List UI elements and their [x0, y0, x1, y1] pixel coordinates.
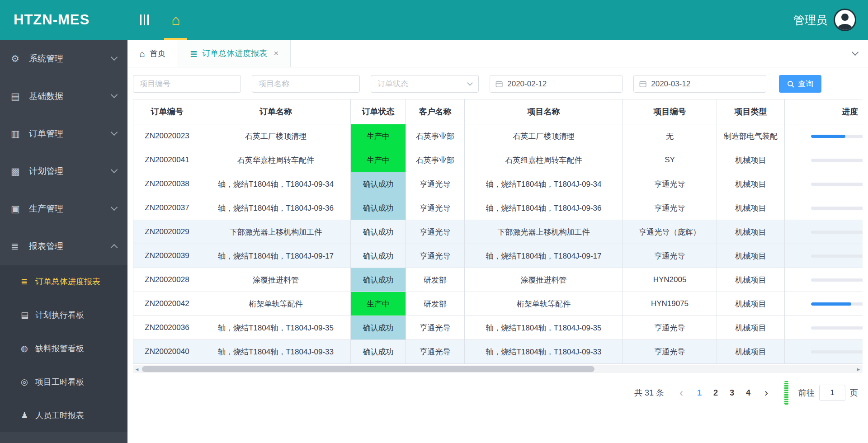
horizontal-scrollbar[interactable]: ◂ ▸ — [133, 365, 863, 373]
column-header: 订单名称 — [201, 99, 351, 124]
page-number-2[interactable]: 2 — [708, 388, 724, 397]
sidebar-item-6[interactable]: ≣报表管理 — [0, 227, 127, 265]
date-to-input[interactable] — [651, 80, 760, 89]
next-page-button[interactable]: › — [760, 387, 773, 398]
page-number-list: 1234 — [691, 388, 756, 398]
table-row[interactable]: ZN20020028涂覆推进料管确认成功研发部涂覆推进料管HYN2005机械项目… — [133, 268, 863, 292]
progress-cell: 0% — [785, 172, 863, 196]
progress-bar: 0% — [785, 227, 863, 236]
progress-cell: 0% — [785, 148, 863, 172]
sidebar-collapse-button[interactable] — [140, 14, 149, 26]
tab-list: ⌂首页≣订单总体进度报表× — [127, 40, 291, 67]
date-to-picker[interactable] — [633, 75, 766, 93]
report-icon: ≣ — [190, 49, 198, 58]
scroll-right-icon[interactable]: ▸ — [854, 365, 863, 373]
project-name-input[interactable] — [252, 75, 360, 93]
sidebar-item-1[interactable]: ⚙系统管理 — [0, 40, 127, 77]
page-number-4[interactable]: 4 — [740, 388, 756, 397]
table-row[interactable]: ZN20020038轴，烧结T1804轴，T1804J-09-34确认成功亨通光… — [133, 172, 863, 196]
order-name-cell: 轴，烧结T1804轴，T1804J-09-33 — [201, 340, 351, 364]
project-no-input[interactable] — [133, 75, 241, 93]
progress-cell: 0% — [785, 220, 863, 244]
sidebar-subitem-label: 缺料报警看板 — [35, 343, 84, 354]
project-name-cell: 石英工厂楼顶清理 — [465, 124, 623, 148]
user-menu[interactable]: 管理员 — [793, 9, 856, 31]
tab[interactable]: ⌂首页 — [127, 40, 178, 67]
progress-bar: 64% — [785, 132, 863, 141]
plan-icon: ▩ — [11, 166, 27, 177]
order-name-cell: 下部激光器上移机构加工件 — [201, 220, 351, 244]
order-no-cell: ZN20020041 — [133, 148, 201, 172]
project-no-cell: 亨通光导（庞辉） — [623, 220, 717, 244]
prev-page-button[interactable]: ‹ — [675, 387, 688, 398]
table-row[interactable]: ZN20020036轴，烧结T1804轴，T1804J-09-35确认成功亨通光… — [133, 316, 863, 340]
table-row[interactable]: ZN20020041石英华嘉柱周转车配件生产中石英事业部石英纽嘉柱周转车配件SY… — [133, 148, 863, 172]
sidebar-item-4[interactable]: ▩计划管理 — [0, 152, 127, 190]
customer-cell: 石英事业部 — [406, 124, 465, 148]
tab[interactable]: ≣订单总体进度报表× — [178, 40, 291, 67]
status-badge: 确认成功 — [351, 220, 406, 244]
project-type-cell: 机械项目 — [717, 316, 785, 340]
column-header: 进度 — [785, 99, 863, 124]
order-name-cell: 轴，烧结T1804轴，T1804J-09-34 — [201, 172, 351, 196]
scroll-left-icon[interactable]: ◂ — [133, 365, 141, 373]
green-indicator-artifact — [784, 381, 788, 405]
sidebar-subitem[interactable]: ▤计划执行看板 — [0, 298, 127, 332]
date-from-input[interactable] — [507, 80, 617, 89]
report-list-icon: ≣ — [21, 277, 35, 287]
sidebar-subitem[interactable]: ◍缺料报警看板 — [0, 332, 127, 365]
order-table-section: 订单编号订单名称订单状态客户名称项目名称项目编号项目类型进度 ZN2002002… — [133, 99, 863, 373]
clock-icon: ◎ — [21, 377, 35, 387]
sidebar-item-3[interactable]: ▥订单管理 — [0, 115, 127, 152]
status-badge: 确认成功 — [351, 172, 406, 196]
page-number-3[interactable]: 3 — [724, 388, 740, 397]
table-row[interactable]: ZN20020042桁架单轨等配件生产中研发部桁架单轨等配件HYN19075机械… — [133, 292, 863, 316]
table-row[interactable]: ZN20020037轴，烧结T1804轴，T1804J-09-36确认成功亨通光… — [133, 196, 863, 220]
column-header: 项目名称 — [465, 99, 623, 124]
date-from-picker[interactable] — [490, 75, 623, 93]
search-button[interactable]: 查询 — [779, 75, 821, 93]
status-badge: 生产中 — [351, 148, 406, 172]
sidebar-item-2[interactable]: ▤基础数据 — [0, 77, 127, 115]
project-no-cell: 亨通光导 — [623, 340, 717, 364]
pagination: 共 31 条 ‹ 1234 › 前往 页 — [127, 373, 868, 405]
sidebar-item-5[interactable]: ▣生产管理 — [0, 190, 127, 227]
table-row[interactable]: ZN20020040轴，烧结T1804轴，T1804J-09-33确认成功亨通光… — [133, 340, 863, 364]
table-row[interactable]: ZN20020029下部激光器上移机构加工件确认成功亨通光导下部激光器上移机构加… — [133, 220, 863, 244]
project-no-cell: HYN2005 — [623, 268, 717, 292]
tab-label: 订单总体进度报表 — [202, 48, 267, 59]
order-name-cell: 轴，烧结T1804轴，T1804J-09-17 — [201, 244, 351, 268]
table-row[interactable]: ZN20020039轴，烧结T1804轴，T1804J-09-17确认成功亨通光… — [133, 244, 863, 268]
table-row[interactable]: ZN20020023石英工厂楼顶清理生产中石英事业部石英工厂楼顶清理无制造部电气… — [133, 124, 863, 148]
sidebar-subitem[interactable]: ≣订单总体进度报表 — [0, 265, 127, 298]
customer-cell: 亨通光导 — [406, 316, 465, 340]
progress-cell: 0% — [785, 244, 863, 268]
order-no-cell: ZN20020039 — [133, 244, 201, 268]
column-header: 项目类型 — [717, 99, 785, 124]
main-content: ⌂首页≣订单总体进度报表× 订单状态 查询 — [127, 40, 868, 443]
scrollbar-thumb[interactable] — [142, 366, 594, 372]
tab-list-dropdown-button[interactable] — [842, 40, 868, 67]
order-status-placeholder: 订单状态 — [377, 79, 408, 89]
order-status-select[interactable]: 订单状态 — [371, 75, 479, 93]
sidebar-subitem[interactable]: ◎项目工时看板 — [0, 365, 127, 399]
order-no-cell: ZN20020038 — [133, 172, 201, 196]
customer-cell: 亨通光导 — [406, 220, 465, 244]
order-table-scroll-area[interactable]: 订单编号订单名称订单状态客户名称项目名称项目编号项目类型进度 ZN2002002… — [133, 99, 863, 364]
project-type-cell: 机械项目 — [717, 196, 785, 220]
order-name-cell: 轴，烧结T1804轴，T1804J-09-35 — [201, 316, 351, 340]
page-number-1[interactable]: 1 — [691, 388, 708, 397]
calendar-icon — [495, 80, 503, 88]
app-logo: HTZN-MES — [0, 12, 127, 28]
sidebar-subitem[interactable]: ♟人员工时报表 — [0, 399, 127, 432]
project-type-cell: 机械项目 — [717, 220, 785, 244]
project-no-cell: 亨通光导 — [623, 244, 717, 268]
progress-cell: 0% — [785, 196, 863, 220]
column-header: 订单编号 — [133, 99, 201, 124]
goto-page-input[interactable] — [819, 385, 845, 401]
tab-label: 首页 — [150, 48, 166, 59]
home-icon: ⌂ — [171, 13, 180, 27]
home-nav-button[interactable]: ⌂ — [160, 0, 191, 40]
sidebar-item-label: 系统管理 — [29, 53, 112, 65]
close-tab-icon[interactable]: × — [274, 48, 278, 58]
